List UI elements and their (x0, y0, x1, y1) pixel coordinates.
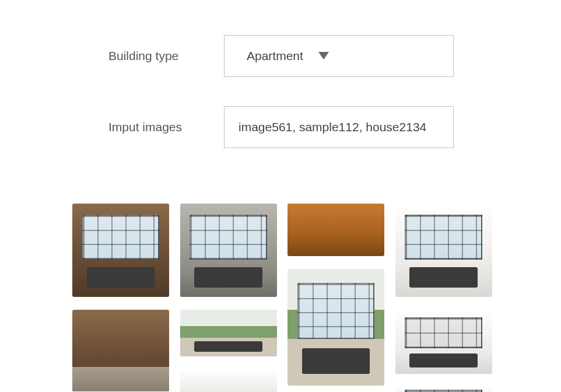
gallery-thumbnail[interactable] (287, 204, 384, 256)
gallery-thumbnail[interactable] (395, 204, 492, 297)
gallery-thumbnail[interactable] (287, 269, 384, 386)
gallery-thumbnail[interactable] (72, 310, 169, 391)
gallery-thumbnail[interactable] (180, 204, 277, 297)
building-type-label: Building type (108, 49, 224, 63)
gallery-thumbnail[interactable] (180, 369, 277, 392)
input-images-label: Imput images (108, 120, 224, 134)
input-images-field[interactable] (224, 106, 454, 148)
building-type-row: Building type Apartment (108, 35, 561, 77)
form-area: Building type Apartment Imput images (0, 0, 561, 148)
gallery-thumbnail[interactable] (180, 310, 277, 356)
gallery-thumbnail[interactable] (72, 204, 169, 297)
gallery-thumbnail[interactable] (395, 387, 492, 392)
chevron-down-icon (318, 52, 329, 60)
building-type-dropdown[interactable]: Apartment (224, 35, 454, 77)
svg-marker-0 (318, 52, 329, 60)
gallery-thumbnail[interactable] (395, 310, 492, 374)
image-gallery (72, 204, 492, 392)
input-images-row: Imput images (108, 106, 561, 148)
building-type-value: Apartment (247, 49, 303, 63)
